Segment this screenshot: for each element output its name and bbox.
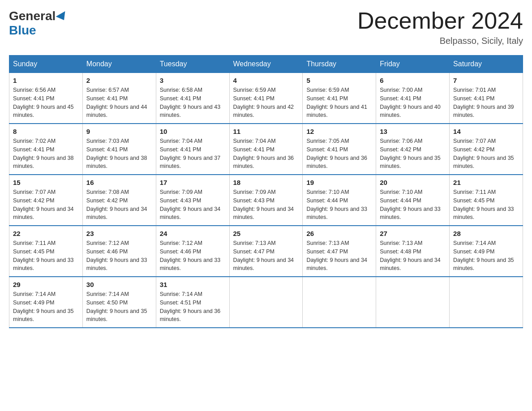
- day-info: Sunrise: 7:04 AMSunset: 4:41 PMDaylight:…: [160, 137, 226, 171]
- table-row: [303, 277, 376, 328]
- header-tuesday: Tuesday: [156, 56, 229, 73]
- day-number: 9: [86, 128, 152, 135]
- table-row: 10 Sunrise: 7:04 AMSunset: 4:41 PMDaylig…: [156, 124, 229, 175]
- day-number: 25: [233, 230, 299, 237]
- day-number: 5: [306, 77, 372, 84]
- table-row: 20 Sunrise: 7:10 AMSunset: 4:44 PMDaylig…: [376, 175, 450, 226]
- table-row: 1 Sunrise: 6:56 AMSunset: 4:41 PMDayligh…: [9, 73, 83, 124]
- day-number: 4: [233, 77, 299, 84]
- table-row: 9 Sunrise: 7:03 AMSunset: 4:41 PMDayligh…: [82, 124, 156, 175]
- day-number: 3: [160, 77, 226, 84]
- day-number: 2: [86, 77, 152, 84]
- table-row: [229, 277, 303, 328]
- day-number: 27: [380, 230, 446, 237]
- day-info: Sunrise: 7:07 AMSunset: 4:42 PMDaylight:…: [13, 188, 79, 222]
- day-info: Sunrise: 6:56 AMSunset: 4:41 PMDaylight:…: [13, 86, 79, 120]
- day-number: 11: [233, 128, 299, 135]
- table-row: 8 Sunrise: 7:02 AMSunset: 4:41 PMDayligh…: [9, 124, 83, 175]
- table-row: 31 Sunrise: 7:14 AMSunset: 4:51 PMDaylig…: [156, 277, 229, 328]
- table-row: 3 Sunrise: 6:58 AMSunset: 4:41 PMDayligh…: [156, 73, 229, 124]
- day-info: Sunrise: 7:11 AMSunset: 4:45 PMDaylight:…: [13, 239, 79, 273]
- day-number: 17: [160, 179, 226, 186]
- table-row: 22 Sunrise: 7:11 AMSunset: 4:45 PMDaylig…: [9, 226, 83, 277]
- table-row: 4 Sunrise: 6:59 AMSunset: 4:41 PMDayligh…: [229, 73, 303, 124]
- day-number: 31: [160, 281, 226, 288]
- table-row: 11 Sunrise: 7:04 AMSunset: 4:41 PMDaylig…: [229, 124, 303, 175]
- header-thursday: Thursday: [303, 56, 376, 73]
- table-row: 29 Sunrise: 7:14 AMSunset: 4:49 PMDaylig…: [9, 277, 83, 328]
- month-title: December 2024: [357, 9, 523, 32]
- day-info: Sunrise: 7:02 AMSunset: 4:41 PMDaylight:…: [13, 137, 79, 171]
- day-info: Sunrise: 7:04 AMSunset: 4:41 PMDaylight:…: [233, 137, 299, 171]
- table-row: 24 Sunrise: 7:12 AMSunset: 4:46 PMDaylig…: [156, 226, 229, 277]
- day-info: Sunrise: 7:09 AMSunset: 4:43 PMDaylight:…: [233, 188, 299, 222]
- table-row: 18 Sunrise: 7:09 AMSunset: 4:43 PMDaylig…: [229, 175, 303, 226]
- day-number: 6: [380, 77, 446, 84]
- day-number: 30: [86, 281, 152, 288]
- day-info: Sunrise: 7:14 AMSunset: 4:51 PMDaylight:…: [160, 290, 226, 324]
- title-section: December 2024 Belpasso, Sicily, Italy: [357, 9, 523, 46]
- table-row: 12 Sunrise: 7:05 AMSunset: 4:41 PMDaylig…: [303, 124, 376, 175]
- day-number: 20: [380, 179, 446, 186]
- day-info: Sunrise: 7:14 AMSunset: 4:49 PMDaylight:…: [13, 290, 79, 324]
- day-info: Sunrise: 7:09 AMSunset: 4:43 PMDaylight:…: [160, 188, 226, 222]
- table-row: 26 Sunrise: 7:13 AMSunset: 4:47 PMDaylig…: [303, 226, 376, 277]
- day-info: Sunrise: 7:00 AMSunset: 4:41 PMDaylight:…: [380, 86, 446, 120]
- table-row: 14 Sunrise: 7:07 AMSunset: 4:42 PMDaylig…: [450, 124, 523, 175]
- day-info: Sunrise: 7:12 AMSunset: 4:46 PMDaylight:…: [160, 239, 226, 273]
- table-row: 16 Sunrise: 7:08 AMSunset: 4:42 PMDaylig…: [82, 175, 156, 226]
- day-number: 10: [160, 128, 226, 135]
- day-info: Sunrise: 7:08 AMSunset: 4:42 PMDaylight:…: [86, 188, 152, 222]
- day-number: 29: [13, 281, 79, 288]
- calendar-week-row: 22 Sunrise: 7:11 AMSunset: 4:45 PMDaylig…: [9, 226, 523, 277]
- day-number: 12: [306, 128, 372, 135]
- day-number: 14: [453, 128, 519, 135]
- header-saturday: Saturday: [450, 56, 523, 73]
- day-number: 13: [380, 128, 446, 135]
- table-row: 30 Sunrise: 7:14 AMSunset: 4:50 PMDaylig…: [82, 277, 156, 328]
- day-info: Sunrise: 7:06 AMSunset: 4:42 PMDaylight:…: [380, 137, 446, 171]
- day-info: Sunrise: 7:13 AMSunset: 4:48 PMDaylight:…: [380, 239, 446, 273]
- calendar-header-row: Sunday Monday Tuesday Wednesday Thursday…: [9, 56, 523, 73]
- page-header: General Blue December 2024 Belpasso, Sic…: [9, 9, 523, 46]
- day-number: 24: [160, 230, 226, 237]
- table-row: 19 Sunrise: 7:10 AMSunset: 4:44 PMDaylig…: [303, 175, 376, 226]
- day-info: Sunrise: 6:57 AMSunset: 4:41 PMDaylight:…: [86, 86, 152, 120]
- table-row: [450, 277, 523, 328]
- day-info: Sunrise: 7:01 AMSunset: 4:41 PMDaylight:…: [453, 86, 519, 120]
- table-row: 6 Sunrise: 7:00 AMSunset: 4:41 PMDayligh…: [376, 73, 450, 124]
- header-sunday: Sunday: [9, 56, 83, 73]
- day-info: Sunrise: 7:10 AMSunset: 4:44 PMDaylight:…: [380, 188, 446, 222]
- day-info: Sunrise: 7:05 AMSunset: 4:41 PMDaylight:…: [306, 137, 372, 171]
- logo-general-text: General: [9, 9, 56, 23]
- table-row: 25 Sunrise: 7:13 AMSunset: 4:47 PMDaylig…: [229, 226, 303, 277]
- table-row: 28 Sunrise: 7:14 AMSunset: 4:49 PMDaylig…: [450, 226, 523, 277]
- day-info: Sunrise: 7:07 AMSunset: 4:42 PMDaylight:…: [453, 137, 519, 171]
- calendar-week-row: 15 Sunrise: 7:07 AMSunset: 4:42 PMDaylig…: [9, 175, 523, 226]
- day-number: 16: [86, 179, 152, 186]
- day-info: Sunrise: 6:59 AMSunset: 4:41 PMDaylight:…: [306, 86, 372, 120]
- calendar-week-row: 1 Sunrise: 6:56 AMSunset: 4:41 PMDayligh…: [9, 73, 523, 124]
- table-row: 2 Sunrise: 6:57 AMSunset: 4:41 PMDayligh…: [82, 73, 156, 124]
- day-number: 22: [13, 230, 79, 237]
- table-row: 5 Sunrise: 6:59 AMSunset: 4:41 PMDayligh…: [303, 73, 376, 124]
- day-info: Sunrise: 7:11 AMSunset: 4:45 PMDaylight:…: [453, 188, 519, 222]
- day-number: 7: [453, 77, 519, 84]
- table-row: 23 Sunrise: 7:12 AMSunset: 4:46 PMDaylig…: [82, 226, 156, 277]
- table-row: 15 Sunrise: 7:07 AMSunset: 4:42 PMDaylig…: [9, 175, 83, 226]
- calendar-table: Sunday Monday Tuesday Wednesday Thursday…: [9, 55, 523, 328]
- day-number: 28: [453, 230, 519, 237]
- day-info: Sunrise: 7:13 AMSunset: 4:47 PMDaylight:…: [306, 239, 372, 273]
- day-info: Sunrise: 6:59 AMSunset: 4:41 PMDaylight:…: [233, 86, 299, 120]
- day-number: 8: [13, 128, 79, 135]
- header-wednesday: Wednesday: [229, 56, 303, 73]
- day-number: 23: [86, 230, 152, 237]
- day-number: 1: [13, 77, 79, 84]
- header-monday: Monday: [82, 56, 156, 73]
- day-number: 26: [306, 230, 372, 237]
- calendar-week-row: 8 Sunrise: 7:02 AMSunset: 4:41 PMDayligh…: [9, 124, 523, 175]
- day-info: Sunrise: 6:58 AMSunset: 4:41 PMDaylight:…: [160, 86, 226, 120]
- day-number: 21: [453, 179, 519, 186]
- location-text: Belpasso, Sicily, Italy: [357, 36, 523, 46]
- header-friday: Friday: [376, 56, 450, 73]
